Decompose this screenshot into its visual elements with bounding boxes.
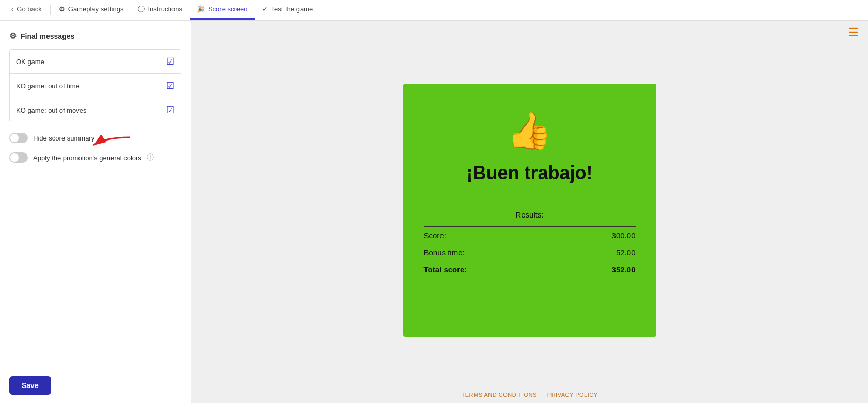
score-label: Score: xyxy=(424,231,446,240)
score-screen-label: Score screen xyxy=(208,5,248,13)
ko-moves-checkbox[interactable]: ☑ xyxy=(166,104,175,116)
tab-instructions[interactable]: ⓘ Instructions xyxy=(131,0,189,20)
preview-container: 👍 ¡Buen trabajo! Results: Score: 300.00 … xyxy=(191,44,868,386)
bonus-label: Bonus time: xyxy=(424,248,465,257)
ko-moves-label: KO game: out of moves xyxy=(16,106,87,114)
tab-score-screen[interactable]: 🎉 Score screen xyxy=(190,0,255,20)
right-panel-header: ☰ xyxy=(191,21,868,44)
tab-gameplay-settings[interactable]: ⚙ Gameplay settings xyxy=(52,0,131,20)
score-card: 👍 ¡Buen trabajo! Results: Score: 300.00 … xyxy=(403,84,656,337)
nav-divider-1 xyxy=(50,5,51,15)
total-value: 352.00 xyxy=(612,265,636,274)
save-button[interactable]: Save xyxy=(9,376,51,395)
main-layout: ⚙ Final messages OK game ☑ KO game: out … xyxy=(0,21,868,403)
gear-nav-icon: ⚙ xyxy=(59,5,65,13)
ok-game-checkbox[interactable]: ☑ xyxy=(166,56,175,67)
go-back-button[interactable]: ‹ Go back xyxy=(4,0,49,20)
message-item-ko-moves[interactable]: KO game: out of moves ☑ xyxy=(10,98,181,122)
ko-time-checkbox[interactable]: ☑ xyxy=(166,80,175,91)
bonus-row: Bonus time: 52.00 xyxy=(424,244,636,261)
bonus-value: 52.00 xyxy=(616,248,636,257)
section-title-text: Final messages xyxy=(21,32,74,40)
total-label: Total score: xyxy=(424,265,467,274)
back-arrow-icon: ‹ xyxy=(11,5,13,13)
message-item-ko-time[interactable]: KO game: out of time ☑ xyxy=(10,74,181,98)
privacy-link[interactable]: PRIVACY POLICY xyxy=(547,392,598,398)
test-game-label: Test the game xyxy=(271,5,313,13)
apply-colors-row: Apply the promotion's general colors ⓘ xyxy=(9,152,181,163)
test-game-nav-icon: ✓ xyxy=(262,5,268,13)
gameplay-settings-label: Gameplay settings xyxy=(68,5,124,13)
go-back-label: Go back xyxy=(17,5,41,13)
apply-colors-toggle[interactable] xyxy=(9,152,28,163)
gear-icon: ⚙ xyxy=(9,31,17,41)
tab-test-game[interactable]: ✓ Test the game xyxy=(255,0,321,20)
hide-score-summary-toggle[interactable] xyxy=(9,133,28,143)
results-header: Results: xyxy=(424,205,636,227)
buen-trabajo-title: ¡Buen trabajo! xyxy=(466,162,592,184)
right-panel: ☰ 👍 ¡Buen trabajo! Results: Score: 300.0… xyxy=(191,21,868,403)
message-list: OK game ☑ KO game: out of time ☑ KO game… xyxy=(9,49,181,122)
hide-score-summary-label: Hide score summary xyxy=(33,134,94,142)
instructions-nav-icon: ⓘ xyxy=(138,5,145,14)
section-title: ⚙ Final messages xyxy=(9,31,181,41)
left-panel: ⚙ Final messages OK game ☑ KO game: out … xyxy=(0,21,191,403)
results-table: Results: Score: 300.00 Bonus time: 52.00… xyxy=(424,205,636,278)
hamburger-menu-icon[interactable]: ☰ xyxy=(848,27,859,38)
message-item-ok-game[interactable]: OK game ☑ xyxy=(10,50,181,74)
total-row: Total score: 352.00 xyxy=(424,261,636,278)
top-navigation: ‹ Go back ⚙ Gameplay settings ⓘ Instruct… xyxy=(0,0,868,21)
score-value: 300.00 xyxy=(612,231,636,240)
help-icon[interactable]: ⓘ xyxy=(147,153,154,162)
apply-colors-label: Apply the promotion's general colors xyxy=(33,154,141,162)
ok-game-label: OK game xyxy=(16,58,44,66)
score-screen-nav-icon: 🎉 xyxy=(197,5,205,13)
terms-link[interactable]: TERMS AND CONDITIONS xyxy=(462,392,537,398)
footer: TERMS AND CONDITIONS PRIVACY POLICY xyxy=(191,386,868,403)
hide-score-summary-row: Hide score summary xyxy=(9,133,181,143)
thumbs-up-icon: 👍 xyxy=(507,110,552,152)
score-row: Score: 300.00 xyxy=(424,227,636,244)
ko-time-label: KO game: out of time xyxy=(16,82,80,90)
instructions-label: Instructions xyxy=(148,5,182,13)
left-panel-footer: Save xyxy=(9,368,181,403)
